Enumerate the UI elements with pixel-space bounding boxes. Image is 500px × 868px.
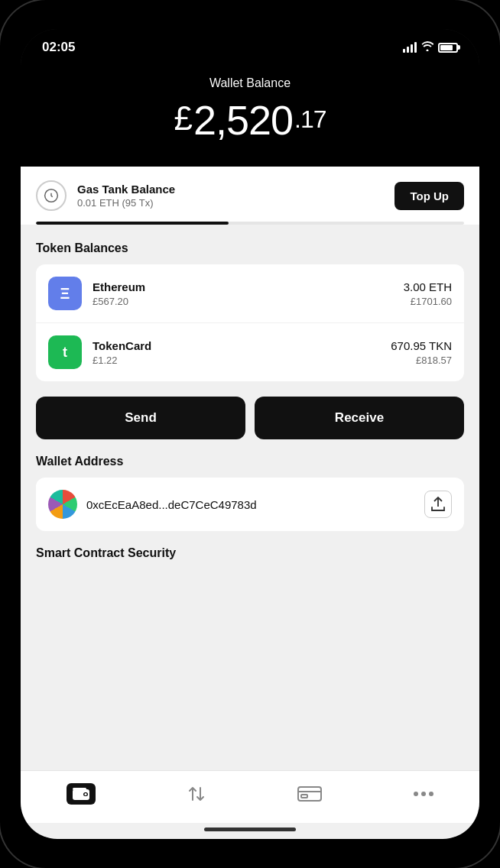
wallet-tab-icon	[67, 783, 96, 805]
tokencard-crypto-amount: 670.95 TKN	[391, 339, 452, 352]
tokencard-info: TokenCard £1.22	[93, 339, 380, 366]
wallet-address-text: 0xcEcEaA8ed...deC7CeC49783d	[86, 498, 415, 511]
tokencard-amounts: 670.95 TKN £818.57	[391, 339, 452, 366]
smart-contract-section: Smart Contract Security	[21, 546, 479, 578]
receive-button[interactable]: Receive	[255, 397, 464, 439]
svg-point-9	[421, 792, 426, 796]
balance-cents: .17	[294, 105, 326, 134]
gas-tank-card: Gas Tank Balance 0.01 ETH (95 Tx) Top Up	[21, 167, 479, 225]
ethereum-fiat-value: £1701.60	[404, 296, 452, 307]
tab-more[interactable]	[398, 788, 450, 800]
svg-rect-5	[298, 787, 321, 801]
gas-tank-title: Gas Tank Balance	[77, 183, 384, 196]
gas-tank-icon	[36, 180, 67, 211]
ethereum-fiat: £567.20	[93, 296, 393, 307]
wifi-icon	[421, 41, 433, 53]
svg-point-10	[429, 792, 433, 796]
wallet-balance-amount: £ 2,520 .17	[44, 96, 456, 144]
tokencard-token-row: t TokenCard £1.22 670.95 TKN £818.57	[36, 323, 464, 381]
share-address-button[interactable]	[424, 491, 452, 518]
ethereum-token-row: Ξ Ethereum £567.20 3.00 ETH £1701.60	[36, 264, 464, 323]
wallet-header: Wallet Balance £ 2,520 .17	[21, 61, 479, 167]
wallet-address-section: Wallet Address 0xcEcEaA8ed...deC7CeC4978…	[21, 455, 479, 546]
balance-currency-symbol: £	[174, 99, 191, 138]
svg-point-8	[414, 792, 418, 796]
tokencard-fiat-value: £818.57	[391, 355, 452, 366]
wallet-balance-label: Wallet Balance	[44, 76, 456, 90]
tab-wallet[interactable]	[51, 780, 111, 808]
gas-progress-fill	[36, 222, 229, 225]
ethereum-info: Ethereum £567.20	[93, 280, 393, 307]
tab-bar	[21, 770, 479, 823]
ethereum-name: Ethereum	[93, 280, 393, 293]
status-time: 02:05	[42, 40, 75, 55]
home-indicator	[21, 823, 479, 839]
gas-progress-bar	[36, 222, 464, 225]
gas-tank-subtitle: 0.01 ETH (95 Tx)	[77, 197, 384, 209]
more-tab-icon	[413, 791, 434, 797]
wallet-address-card: 0xcEcEaA8ed...deC7CeC49783d	[36, 478, 464, 531]
wallet-address-title: Wallet Address	[36, 455, 464, 468]
svg-rect-7	[301, 795, 307, 798]
ethereum-icon: Ξ	[48, 277, 82, 310]
svg-rect-2	[73, 788, 86, 790]
token-card: Ξ Ethereum £567.20 3.00 ETH £1701.60 t	[36, 264, 464, 381]
tokencard-fiat: £1.22	[93, 355, 380, 366]
send-button[interactable]: Send	[36, 397, 245, 439]
wallet-avatar	[48, 490, 77, 519]
ethereum-crypto-amount: 3.00 ETH	[404, 280, 452, 293]
top-up-button[interactable]: Top Up	[394, 182, 464, 210]
transactions-tab-icon	[187, 783, 206, 805]
phone-screen: 02:05 Wallet Balance	[21, 29, 479, 839]
smart-contract-title: Smart Contract Security	[36, 546, 464, 560]
svg-point-4	[84, 793, 86, 795]
battery-icon	[438, 43, 458, 53]
tab-card[interactable]	[282, 782, 337, 806]
tab-transactions[interactable]	[171, 780, 222, 808]
home-bar	[204, 828, 296, 831]
token-balances-title: Token Balances	[36, 241, 464, 255]
gas-tank-info: Gas Tank Balance 0.01 ETH (95 Tx)	[77, 183, 384, 209]
phone-frame: 02:05 Wallet Balance	[0, 0, 500, 868]
ethereum-amounts: 3.00 ETH £1701.60	[404, 280, 452, 307]
action-buttons: Send Receive	[21, 381, 479, 455]
tokencard-name: TokenCard	[93, 339, 380, 352]
status-icons	[403, 41, 458, 53]
status-bar: 02:05	[21, 29, 479, 61]
scroll-content[interactable]: Gas Tank Balance 0.01 ETH (95 Tx) Top Up…	[21, 167, 479, 770]
balance-main: 2,520	[193, 96, 293, 144]
token-balances-section: Token Balances Ξ Ethereum £567.20 3.00 E…	[21, 226, 479, 381]
tokencard-icon: t	[48, 335, 82, 369]
signal-icon	[403, 42, 417, 53]
card-tab-icon	[297, 785, 322, 803]
